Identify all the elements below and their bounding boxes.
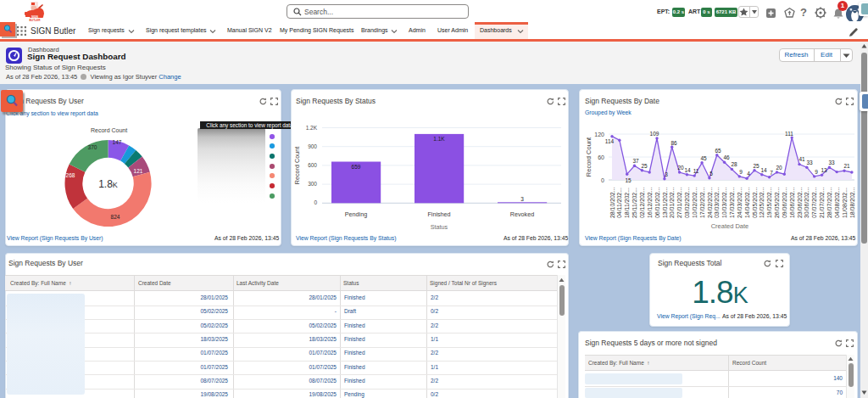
svg-text:33: 33 (806, 160, 813, 165)
svg-text:147: 147 (113, 139, 122, 145)
svg-text:06/01/202...: 06/01/202... (654, 188, 660, 218)
svg-text:45: 45 (700, 155, 707, 161)
svg-text:1.2K: 1.2K (306, 125, 318, 131)
svg-text:11: 11 (693, 168, 699, 174)
svg-text:60: 60 (598, 154, 604, 160)
svg-text:03/02/202...: 03/02/202... (684, 188, 690, 218)
svg-text:19/05/202...: 19/05/202... (766, 188, 772, 218)
svg-text:28/07/202...: 28/07/202... (826, 188, 832, 218)
svg-text:33: 33 (828, 160, 835, 165)
svg-text:20: 20 (776, 165, 782, 171)
svg-text:30/06/202...: 30/06/202... (804, 188, 810, 218)
svg-text:9: 9 (815, 169, 818, 175)
svg-text:41: 41 (798, 156, 805, 162)
svg-text:659: 659 (352, 164, 361, 170)
svg-text:12/05/202...: 12/05/202... (759, 188, 765, 218)
svg-text:10/03/202...: 10/03/202... (721, 188, 727, 218)
svg-text:20: 20 (677, 165, 684, 171)
svg-text:15: 15 (625, 177, 632, 183)
svg-text:17/02/202...: 17/02/202... (699, 188, 705, 218)
svg-text:11/08/202...: 11/08/202... (842, 188, 848, 218)
svg-text:24/03/202...: 24/03/202... (737, 188, 743, 218)
svg-text:16/12/202...: 16/12/202... (647, 188, 653, 218)
svg-text:23/06/202...: 23/06/202... (797, 188, 803, 218)
svg-text:111: 111 (785, 131, 793, 137)
svg-text:9: 9 (739, 169, 743, 175)
svg-text:46: 46 (723, 154, 730, 160)
svg-text:Finished: Finished (427, 210, 450, 218)
svg-text:4: 4 (747, 171, 750, 177)
svg-text:14/04/202...: 14/04/202... (744, 188, 750, 218)
svg-text:25: 25 (753, 163, 760, 169)
svg-text:86: 86 (670, 140, 677, 146)
svg-text:600: 600 (308, 162, 317, 168)
svg-text:109: 109 (650, 131, 659, 137)
svg-text:04/08/202...: 04/08/202... (834, 188, 840, 218)
svg-text:370: 370 (88, 144, 97, 150)
svg-text:7: 7 (770, 170, 773, 176)
svg-text:04/11/202...: 04/11/202... (616, 188, 622, 218)
svg-text:21: 21 (843, 163, 850, 169)
svg-text:14: 14 (684, 167, 691, 173)
svg-text:121: 121 (134, 168, 143, 174)
svg-text:10/02/202...: 10/02/202... (692, 188, 698, 218)
svg-text:13/01/202...: 13/01/202... (662, 188, 668, 218)
svg-text:09/06/202...: 09/06/202... (782, 188, 787, 218)
svg-text:26/05/202...: 26/05/202... (774, 188, 780, 218)
svg-text:824: 824 (111, 214, 120, 220)
svg-text:114: 114 (605, 138, 615, 144)
svg-text:3: 3 (520, 196, 524, 202)
svg-text:18/08/202...: 18/08/202... (849, 188, 855, 218)
svg-text:900: 900 (308, 143, 317, 149)
svg-text:21/07/202...: 21/07/202... (819, 188, 825, 218)
svg-text:14: 14 (760, 167, 767, 173)
svg-text:120: 120 (594, 132, 604, 137)
svg-text:Revoked: Revoked (510, 210, 534, 218)
svg-text:25/11/202...: 25/11/202... (632, 188, 637, 218)
svg-text:02/12/202...: 02/12/202... (639, 188, 645, 218)
svg-text:1.1K: 1.1K (433, 136, 445, 142)
svg-text:28/10/202...: 28/10/202... (609, 188, 615, 218)
svg-text:3: 3 (665, 171, 668, 177)
svg-text:5: 5 (709, 171, 713, 177)
svg-text:Pending: Pending (345, 210, 367, 218)
svg-text:0: 0 (601, 177, 604, 183)
svg-text:28: 28 (731, 161, 737, 167)
svg-text:27/01/202...: 27/01/202... (676, 188, 682, 218)
svg-text:268: 268 (66, 172, 75, 178)
svg-text:300: 300 (308, 181, 317, 187)
svg-text:Status: Status (431, 223, 448, 231)
svg-text:17/03/202...: 17/03/202... (729, 188, 735, 218)
svg-text:03/03/202...: 03/03/202... (714, 188, 720, 218)
svg-text:18/11/202...: 18/11/202... (624, 188, 630, 218)
svg-text:07/07/202...: 07/07/202... (811, 188, 817, 218)
svg-text:1.8K: 1.8K (98, 178, 118, 190)
svg-text:20/01/202...: 20/01/202... (669, 188, 675, 218)
svg-text:0: 0 (314, 199, 317, 205)
svg-text:65: 65 (715, 148, 721, 154)
svg-text:37: 37 (632, 158, 639, 164)
svg-text:05/05/202...: 05/05/202... (752, 188, 758, 218)
svg-text:Created Date: Created Date (711, 222, 749, 230)
svg-text:24/02/202...: 24/02/202... (707, 188, 713, 218)
svg-text:Record Count: Record Count (293, 147, 301, 184)
svg-text:Record Count: Record Count (585, 137, 593, 177)
svg-text:16/06/202...: 16/06/202... (789, 188, 795, 218)
svg-text:13: 13 (821, 167, 827, 173)
svg-text:25: 25 (641, 163, 648, 169)
